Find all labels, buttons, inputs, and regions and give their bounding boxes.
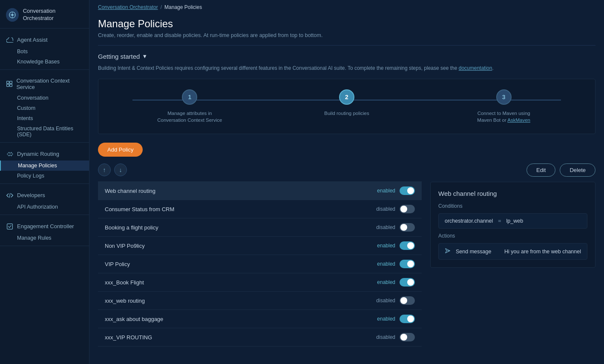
step-2-label: Build routing policies: [324, 110, 369, 117]
step-3-circle: 3: [496, 89, 512, 105]
svg-rect-3: [10, 81, 12, 83]
step-2: 2 Build routing policies: [268, 89, 426, 117]
sidebar-section-dynamic-routing: Dynamic Routing Manage Policies Policy L…: [0, 143, 89, 184]
action-message: Hi you are from the web channel: [504, 249, 581, 255]
app-logo[interactable]: Conversation Orchestrator: [0, 0, 89, 29]
policy-row[interactable]: Web channel routingenabled: [98, 182, 422, 200]
condition-attribute: orchestrator.channel: [445, 218, 493, 224]
add-policy-button[interactable]: Add Policy: [98, 143, 143, 157]
askmaven-link[interactable]: AskMaven: [507, 118, 530, 123]
svg-rect-4: [7, 84, 9, 87]
policy-name: Booking a flight policy: [105, 224, 158, 231]
sidebar-item-conversation[interactable]: Conversation: [0, 93, 89, 103]
policy-name: xxx_Book Flight: [105, 279, 144, 286]
policy-toggle[interactable]: [400, 260, 415, 268]
policy-toggle[interactable]: [400, 205, 415, 213]
policy-toggle[interactable]: [400, 315, 415, 323]
developers-icon: [6, 192, 14, 199]
policy-row[interactable]: xxx_web routingdisabled: [98, 292, 422, 310]
policy-toggle[interactable]: [400, 241, 415, 250]
policy-name: VIP Policy: [105, 261, 130, 267]
status-label: enabled: [377, 316, 395, 322]
sidebar-item-api-authorization[interactable]: API Authorization: [0, 202, 89, 212]
svg-rect-5: [10, 84, 12, 87]
policy-toggle[interactable]: [400, 296, 415, 305]
policy-row[interactable]: Booking a flight policydisabled: [98, 218, 422, 236]
policy-row[interactable]: xxx_VIP ROUTINGdisabled: [98, 328, 422, 346]
step-2-circle: 2: [339, 89, 354, 105]
sidebar-section-developers: Developers API Authorization: [0, 184, 89, 215]
condition-value: lp_web: [506, 218, 523, 224]
getting-started-desc: Building Intent & Context Policies requi…: [98, 64, 595, 72]
sidebar-item-custom[interactable]: Custom: [0, 103, 89, 113]
sidebar-item-dynamic-routing[interactable]: Dynamic Routing: [0, 148, 89, 161]
policy-toggle[interactable]: [400, 333, 415, 341]
sidebar-agent-assist-label: Agent Assist: [17, 37, 48, 43]
status-label: disabled: [376, 334, 395, 340]
sort-up-button[interactable]: ↑: [98, 163, 111, 176]
getting-started-desc-pre: Building Intent & Context Policies requi…: [98, 65, 459, 71]
condition-row: orchestrator.channel = lp_web: [438, 213, 587, 229]
sidebar-item-agent-assist[interactable]: Agent Assist: [0, 34, 89, 46]
sidebar-ccs-label: Conversation Context Service: [16, 77, 83, 90]
policy-row[interactable]: xxx_Book Flightenabled: [98, 273, 422, 291]
logo-icon: [6, 8, 19, 22]
sidebar-item-engagement-controller[interactable]: Engagement Controller: [0, 220, 89, 233]
policy-name: Consumer Status from CRM: [105, 206, 174, 212]
svg-rect-6: [7, 224, 13, 229]
divider: [98, 45, 595, 46]
action-type: Send message: [456, 249, 491, 255]
policy-toggle[interactable]: [400, 278, 415, 287]
getting-started-desc-post: .: [492, 65, 493, 71]
status-label: disabled: [376, 298, 395, 304]
breadcrumb-parent-link[interactable]: Conversation Orchestrator: [98, 4, 158, 10]
sidebar: Conversation Orchestrator Agent Assist B…: [0, 0, 89, 364]
sidebar-engagement-label: Engagement Controller: [17, 223, 74, 229]
sidebar-developers-label: Developers: [17, 192, 45, 198]
sort-down-button[interactable]: ↓: [114, 163, 127, 176]
sidebar-item-bots[interactable]: Bots: [0, 46, 89, 57]
breadcrumb-current: Manage Policies: [164, 4, 202, 10]
getting-started-section: Getting started ▾ Building Intent & Cont…: [98, 52, 595, 134]
step-1-circle: 1: [182, 89, 197, 105]
detail-panel: Edit Delete Web channel routing Conditio…: [430, 163, 595, 347]
ccs-icon: [6, 80, 13, 88]
policy-list: Web channel routingenabledConsumer Statu…: [98, 181, 422, 347]
policy-list-container: ↑ ↓ Web channel routingenabledConsumer S…: [98, 163, 422, 347]
sidebar-item-manage-rules[interactable]: Manage Rules: [0, 233, 89, 243]
sidebar-section-agent-assist: Agent Assist Bots Knowledge Bases: [0, 29, 89, 70]
sidebar-item-sde[interactable]: Structured Data Entities (SDE): [0, 123, 89, 140]
detail-title: Web channel routing: [438, 190, 587, 197]
sidebar-item-policy-logs[interactable]: Policy Logs: [0, 171, 89, 181]
delete-button[interactable]: Delete: [560, 163, 595, 177]
sidebar-item-knowledge-bases[interactable]: Knowledge Bases: [0, 57, 89, 67]
breadcrumb-separator: /: [161, 4, 162, 10]
policy-toggle[interactable]: [400, 186, 415, 195]
sidebar-item-intents[interactable]: Intents: [0, 113, 89, 123]
sort-controls: ↑ ↓: [98, 163, 422, 176]
sidebar-item-manage-policies[interactable]: Manage Policies: [0, 161, 89, 171]
sidebar-section-engagement-controller: Engagement Controller Manage Rules: [0, 215, 89, 246]
routing-icon: [6, 150, 14, 158]
send-message-icon: [445, 248, 451, 255]
status-label: disabled: [376, 206, 395, 212]
getting-started-toggle[interactable]: Getting started ▾: [98, 52, 595, 60]
policy-name: Web channel routing: [105, 188, 155, 194]
policy-row[interactable]: Consumer Status from CRMdisabled: [98, 200, 422, 218]
documentation-link[interactable]: documentation: [459, 65, 492, 71]
sidebar-item-ccs[interactable]: Conversation Context Service: [0, 75, 89, 93]
policy-row[interactable]: xxx_ask about baggageenabled: [98, 310, 422, 328]
chevron-down-icon: ▾: [143, 52, 147, 60]
step-1-label: Manage attributes in Conversation Contex…: [155, 110, 224, 123]
actions-label: Actions: [438, 233, 587, 239]
policy-row[interactable]: Non VIP Po9licyenabled: [98, 237, 422, 255]
content-area: ↑ ↓ Web channel routingenabledConsumer S…: [98, 163, 595, 347]
page-header: Manage Policies Create, reorder, enable …: [89, 14, 604, 45]
sidebar-item-developers[interactable]: Developers: [0, 189, 89, 202]
detail-card: Web channel routing Conditions orchestra…: [430, 182, 595, 268]
cloud-icon: [6, 36, 14, 44]
page-subtitle: Create, reorder, enable and disable poli…: [98, 32, 595, 38]
edit-button[interactable]: Edit: [526, 163, 555, 177]
policy-row[interactable]: VIP Policyenabled: [98, 255, 422, 273]
policy-toggle[interactable]: [400, 223, 415, 232]
